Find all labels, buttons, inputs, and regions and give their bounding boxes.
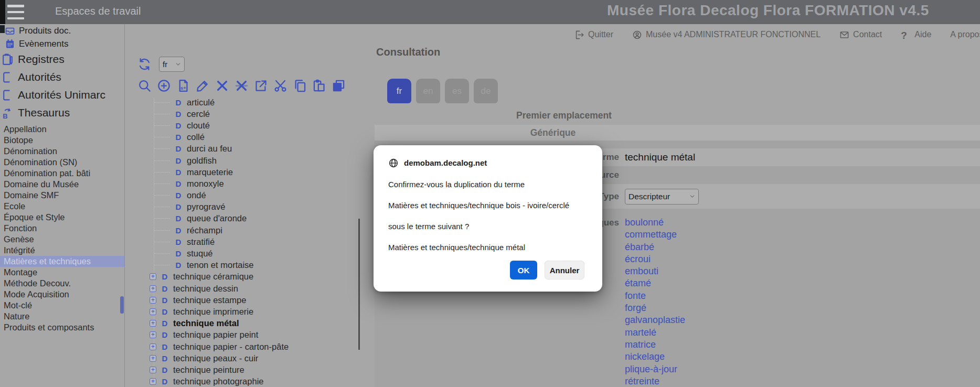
menubar-item[interactable]: A propos [950, 30, 980, 39]
tree-item[interactable]: + D technique papier peint [125, 329, 371, 341]
thesaurus-list-item[interactable]: Matières et techniques [0, 256, 124, 267]
tree-item[interactable]: + D cerclé [125, 108, 371, 120]
sidebar-nav-item[interactable]: Autorités Unimarc [0, 86, 124, 104]
specific-term-link[interactable]: boulonné [625, 217, 685, 229]
delete-icon[interactable] [215, 79, 229, 93]
type-select[interactable]: Descripteur [625, 189, 699, 205]
tree-item[interactable]: + D technique imprimerie [125, 306, 371, 317]
refresh-icon[interactable] [137, 57, 152, 71]
paste-icon[interactable] [312, 79, 326, 93]
thesaurus-list-item[interactable]: Intégrité [0, 245, 124, 256]
thesaurus-list-item[interactable]: Produits et composants [0, 322, 124, 333]
tree-item[interactable]: + D technique photographie [125, 376, 371, 387]
thesaurus-list-item[interactable]: Dénomination (SN) [0, 157, 124, 168]
sidebar-nav-item[interactable]: Registres [0, 50, 124, 68]
tree-item[interactable]: + D articulé [125, 98, 371, 108]
expand-plus-icon[interactable]: + [150, 308, 156, 315]
tree-item[interactable]: + D technique métal [125, 318, 371, 329]
open-external-icon[interactable] [254, 79, 268, 93]
sidebar-nav-item[interactable]: Produits doc. [0, 24, 124, 37]
sidebar-scrollbar[interactable] [120, 296, 124, 314]
sidebar-nav-item[interactable]: Evènements [0, 37, 124, 50]
tree-item[interactable]: + D tenon et mortaise [125, 260, 371, 271]
specific-term-link[interactable]: nickelage [625, 351, 685, 363]
specific-term-link[interactable]: matrice [625, 339, 685, 351]
tree-item[interactable]: + D clouté [125, 120, 371, 131]
tree-item[interactable]: + D technique dessin [125, 283, 371, 294]
unlink-icon[interactable] [235, 79, 249, 93]
expand-plus-icon[interactable]: + [150, 297, 156, 304]
specific-term-link[interactable]: étamé [625, 277, 685, 289]
specific-term-link[interactable]: écroui [625, 253, 685, 265]
thesaurus-list-item[interactable]: Mot-clé [0, 300, 124, 311]
thesaurus-list-item[interactable]: Ecole [0, 201, 124, 212]
specific-term-link[interactable]: fonte [625, 290, 685, 302]
tree-item[interactable]: + D technique peaux - cuir [125, 352, 371, 364]
thesaurus-list-item[interactable]: Montage [0, 267, 124, 278]
tree-item[interactable]: + D pyrogravé [125, 201, 371, 213]
cut-icon[interactable] [273, 79, 287, 93]
tree-item[interactable]: + D marqueterie [125, 166, 371, 178]
expand-plus-icon[interactable]: + [150, 343, 156, 350]
sidebar-nav-item[interactable]: Autorités [0, 68, 124, 86]
tree-item[interactable]: + D queue d'aronde [125, 213, 371, 224]
language-tab[interactable]: es [445, 79, 469, 103]
expand-plus-icon[interactable]: + [150, 273, 156, 280]
thesaurus-list-item[interactable]: Domaine SMF [0, 190, 124, 201]
expand-plus-icon[interactable]: + [150, 355, 156, 362]
duplicate-icon[interactable] [332, 79, 346, 93]
specific-term-link[interactable]: commettage [625, 229, 685, 241]
tree-item[interactable]: + D stratifié [125, 236, 371, 248]
thesaurus-list-item[interactable]: Mode Acquisition [0, 289, 124, 300]
tree-item[interactable]: + D technique estampe [125, 294, 371, 306]
expand-plus-icon[interactable]: + [150, 285, 156, 292]
tree-item[interactable]: + D technique papier - carton-pâte [125, 341, 371, 352]
language-tab[interactable]: en [416, 79, 440, 103]
tree-item[interactable]: + D monoxyle [125, 178, 371, 189]
sidebar-nav-item[interactable]: B Thesaurus [0, 104, 124, 122]
menubar-item[interactable]: Contact [839, 30, 882, 40]
specific-term-link[interactable]: embouti [625, 265, 685, 277]
specific-term-link[interactable]: rétreinte [625, 375, 685, 387]
specific-term-link[interactable]: galvanoplastie [625, 314, 685, 326]
cancel-button[interactable]: Annuler [545, 261, 584, 280]
expand-plus-icon[interactable]: + [150, 367, 156, 373]
ok-button[interactable]: OK [510, 261, 537, 280]
thesaurus-list-item[interactable]: Fonction [0, 223, 124, 234]
thesaurus-list-item[interactable]: Dénomination pat. bâti [0, 168, 124, 179]
thesaurus-list-item[interactable]: Biotope [0, 135, 124, 146]
specific-term-link[interactable]: forgé [625, 302, 685, 314]
thesaurus-list-item[interactable]: Domaine du Musée [0, 179, 124, 190]
edit-icon[interactable] [196, 79, 210, 93]
tree-item[interactable]: + D ondé [125, 190, 371, 201]
language-select[interactable]: fr [159, 57, 185, 72]
tree-item[interactable]: + D technique céramique [125, 271, 371, 283]
tree-item[interactable]: + D durci au feu [125, 143, 371, 155]
menubar-item[interactable]: Quitter [574, 30, 613, 40]
tree-item[interactable]: + D technique peinture [125, 364, 371, 375]
tree-item[interactable]: + D collé [125, 132, 371, 143]
language-tab[interactable]: fr [387, 79, 411, 103]
thesaurus-list-item[interactable]: Nature [0, 311, 124, 322]
thesaurus-list-item[interactable]: Dénomination [0, 146, 124, 157]
specific-term-link[interactable]: martelé [625, 327, 685, 339]
specific-term-link[interactable]: ébarbé [625, 241, 685, 253]
copy-icon[interactable] [293, 79, 307, 93]
add-circle-icon[interactable] [157, 79, 171, 93]
tree-item[interactable]: + D stuqué [125, 248, 371, 259]
language-tab[interactable]: de [474, 79, 498, 103]
expand-plus-icon[interactable]: + [150, 320, 156, 327]
thesaurus-list-item[interactable]: Époque et Style [0, 212, 124, 223]
menu-icon[interactable] [7, 5, 24, 19]
menubar-item[interactable]: Musée v4 ADMINISTRATEUR FONCTIONNEL [632, 30, 821, 40]
tree-item[interactable]: + D goldfish [125, 155, 371, 166]
tree-item[interactable]: + D réchampi [125, 224, 371, 236]
expand-plus-icon[interactable]: + [150, 331, 156, 338]
thesaurus-list-item[interactable]: Genèse [0, 234, 124, 245]
thesaurus-list-item[interactable]: Méthode Decouv. [0, 278, 124, 289]
thesaurus-list-item[interactable]: Appellation [0, 124, 124, 135]
menubar-item[interactable]: ? Aide [901, 30, 931, 40]
specific-term-link[interactable]: plique-à-jour [625, 363, 685, 375]
add-synonym-icon[interactable]: s+ [176, 79, 190, 93]
search-icon[interactable] [137, 79, 152, 93]
